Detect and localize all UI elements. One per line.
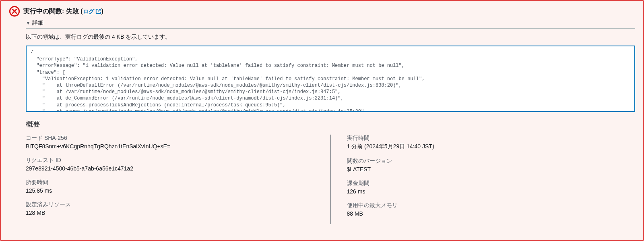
kv-label: 使用中の最大メモリ: [347, 202, 636, 209]
kv-function-version: 関数のバージョン $LATEST: [347, 158, 636, 172]
kv-label: 課金期間: [347, 180, 636, 187]
error-title: 実行中の関数: 失敗 (ログ ): [23, 7, 103, 16]
kv-label: 所要時間: [26, 179, 314, 186]
logs-link[interactable]: ログ: [83, 8, 101, 15]
error-icon: [9, 6, 20, 17]
kv-value: 88 MB: [347, 210, 636, 217]
external-link-icon: [95, 8, 101, 14]
kv-exec-time: 実行時間 1 分前 (2024年5月29日 14:40 JST): [347, 135, 636, 150]
log-intro-text: 以下の領域は、実行ログの最後の 4 KB を示しています。: [26, 33, 635, 41]
kv-value: 126 ms: [347, 188, 636, 195]
error-panel: 実行中の関数: 失敗 (ログ ) ▼ 詳細 以下の領域は、実行ログの最後の 4 …: [0, 0, 644, 241]
kv-request-id: リクエスト ID 297e8921-4500-46b5-a7ab-6a56e1c…: [26, 157, 314, 172]
caret-down-icon: ▼: [26, 20, 31, 26]
kv-value: 297e8921-4500-46b5-a7ab-6a56e1c471a2: [26, 165, 314, 172]
logs-link-text: ログ: [83, 8, 96, 15]
kv-label: リクエスト ID: [26, 157, 314, 164]
kv-duration: 所要時間 125.85 ms: [26, 179, 314, 194]
kv-label: 設定済みリソース: [26, 201, 314, 208]
summary-col-right: 実行時間 1 分前 (2024年5月29日 14:40 JST) 関数のバージョ…: [331, 135, 636, 224]
kv-value: 128 MB: [26, 210, 314, 216]
error-header: 実行中の関数: 失敗 (ログ ): [9, 6, 635, 17]
divider: [26, 28, 635, 29]
kv-max-memory-used: 使用中の最大メモリ 88 MB: [347, 202, 636, 217]
details-label: 詳細: [32, 19, 43, 27]
kv-label: 実行時間: [347, 135, 636, 142]
details-content: 以下の領域は、実行ログの最後の 4 KB を示しています。 { "errorTy…: [26, 33, 635, 224]
kv-value: BlTQF8Snm+v6KCgpRnhqTgRQhzn1tEnSalXvInUQ…: [26, 143, 314, 150]
title-prefix: 実行中の関数: 失敗 (: [23, 8, 83, 15]
title-suffix: ): [101, 8, 103, 15]
summary-grid: コード SHA-256 BlTQF8Snm+v6KCgpRnhqTgRQhzn1…: [26, 135, 635, 224]
details-toggle[interactable]: ▼ 詳細: [26, 19, 635, 27]
kv-billed-duration: 課金期間 126 ms: [347, 180, 636, 195]
kv-resources-configured: 設定済みリソース 128 MB: [26, 201, 314, 216]
kv-label: 関数のバージョン: [347, 158, 636, 165]
kv-value: 125.85 ms: [26, 187, 314, 194]
kv-value: 1 分前 (2024年5月29日 14:40 JST): [347, 143, 636, 150]
log-output-box[interactable]: { "errorType": "ValidationException", "e…: [26, 46, 635, 112]
kv-code-sha256: コード SHA-256 BlTQF8Snm+v6KCgpRnhqTgRQhzn1…: [26, 135, 314, 150]
kv-value: $LATEST: [347, 166, 636, 172]
summary-heading: 概要: [26, 119, 635, 129]
kv-label: コード SHA-256: [26, 135, 314, 142]
summary-col-left: コード SHA-256 BlTQF8Snm+v6KCgpRnhqTgRQhzn1…: [26, 135, 331, 224]
